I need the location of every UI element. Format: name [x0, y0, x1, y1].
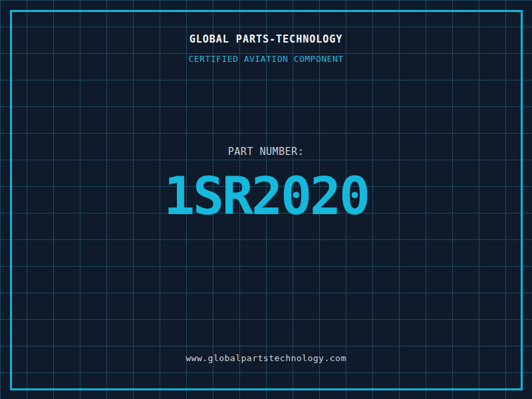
part-display-screen: GLOBAL PARTS-TECHNOLOGY CERTIFIED AVIATI… [0, 0, 532, 399]
brand-subtitle: CERTIFIED AVIATION COMPONENT [0, 54, 532, 64]
brand-title: GLOBAL PARTS-TECHNOLOGY [0, 33, 532, 45]
website-url: www.globalpartstechnology.com [0, 353, 532, 363]
part-number-value: 1SR2020 [0, 170, 532, 222]
part-number-label: PART NUMBER: [0, 146, 532, 158]
